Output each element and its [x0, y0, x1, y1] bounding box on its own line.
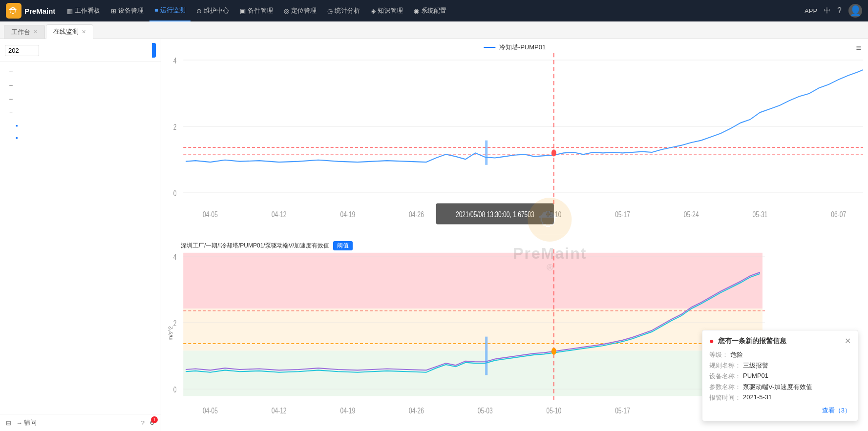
- svg-text:04-19: 04-19: [340, 210, 355, 219]
- sysconfig-label: 系统配置: [421, 6, 446, 15]
- svg-text:05-31: 05-31: [753, 210, 768, 219]
- sidebar-blue-indicator: [152, 43, 156, 58]
- alert-view-link[interactable]: 查看（3）: [822, 406, 851, 415]
- alert-row-time: 报警时间： 2021-5-31: [709, 393, 851, 402]
- alert-notification: ● 您有一条新的报警信息 ✕ 等级： 危险 规则名称： 三级报警 设备名称： P…: [702, 330, 858, 421]
- main-layout: ＋ ＋ ＋ － ▪ ▪: [0, 39, 868, 431]
- help-icon[interactable]: ?: [837, 6, 842, 15]
- svg-point-43: [551, 348, 556, 355]
- logo-text: PreMaint: [24, 7, 55, 15]
- tree-item-4[interactable]: －: [0, 106, 161, 120]
- tab-bar: 工作台 ✕ 在线监测 ✕: [0, 21, 868, 39]
- svg-point-20: [551, 149, 556, 156]
- stats-label: 统计分析: [335, 6, 360, 15]
- svg-text:05-24: 05-24: [684, 210, 699, 219]
- svg-text:04-12: 04-12: [272, 406, 287, 415]
- parts-icon: ▣: [240, 7, 246, 15]
- svg-text:04-05: 04-05: [203, 210, 218, 219]
- sidebar-help-icon[interactable]: ?: [141, 419, 145, 427]
- svg-rect-24: [183, 253, 762, 309]
- svg-text:04-05: 04-05: [203, 406, 218, 415]
- nav-item-parts[interactable]: ▣ 备件管理: [235, 0, 278, 21]
- legend-line: [484, 47, 495, 48]
- monitor-icon: ≡: [154, 7, 158, 14]
- nav-item-device[interactable]: ⊞ 设备管理: [106, 0, 148, 21]
- svg-text:04-19: 04-19: [340, 406, 355, 415]
- tree-subitem-2[interactable]: ▪: [0, 132, 161, 144]
- tree-item-1[interactable]: ＋: [0, 65, 161, 79]
- sidebar-help-text[interactable]: → 辅问: [16, 418, 37, 427]
- stats-icon: ◷: [327, 7, 333, 15]
- svg-text:04-26: 04-26: [409, 406, 424, 415]
- tab-workbench-close[interactable]: ✕: [33, 29, 38, 35]
- user-avatar[interactable]: 👤: [848, 4, 862, 18]
- svg-text:2021/05/08 13:30:00, 1.67503: 2021/05/08 13:30:00, 1.67503: [456, 210, 534, 219]
- knowledge-icon: ◈: [371, 7, 376, 15]
- tree-item-3[interactable]: ＋: [0, 92, 161, 106]
- alert-title: 您有一条新的报警信息: [718, 337, 841, 346]
- nav-item-location[interactable]: ◎ 定位管理: [279, 0, 321, 21]
- tree-toggle-3: ＋: [8, 95, 15, 103]
- right-content: ⛑ PreMaint ® 冷知塔-PUMP01 ≡ 4 2 0: [161, 39, 868, 431]
- alert-device-label: 设备名称：: [709, 372, 741, 381]
- alert-close-button[interactable]: ✕: [845, 336, 851, 346]
- nav-item-knowledge[interactable]: ◈ 知识管理: [366, 0, 408, 21]
- alert-rule-label: 规则名称：: [709, 361, 741, 370]
- sidebar-search-row: [0, 39, 161, 62]
- svg-text:2: 2: [173, 319, 177, 328]
- alert-device-value: PUMP01: [743, 372, 768, 381]
- sidebar-tree: ＋ ＋ ＋ － ▪ ▪: [0, 62, 161, 414]
- nav-item-maintenance[interactable]: ⊙ 维护中心: [191, 0, 234, 21]
- alert-time-value: 2021-5-31: [743, 393, 772, 402]
- chart-top-header: 冷知塔-PUMP01: [484, 43, 546, 52]
- sidebar-search-input[interactable]: [5, 45, 39, 56]
- nav-item-stats[interactable]: ◷ 统计分析: [322, 0, 365, 21]
- nav-item-monitor[interactable]: ≡ 运行监测: [149, 0, 191, 21]
- parts-label: 备件管理: [248, 6, 273, 15]
- tab-workbench-label: 工作台: [11, 28, 30, 37]
- device-icon: ⊞: [111, 7, 116, 15]
- svg-text:4: 4: [173, 252, 177, 262]
- sidebar-refresh-icon[interactable]: ↻ 1: [149, 419, 155, 427]
- sidebar-expand-icon[interactable]: ⊟: [6, 419, 11, 427]
- svg-text:06-07: 06-07: [831, 210, 846, 219]
- tab-monitor-label: 在线监测: [53, 27, 79, 36]
- tree-toggle-2: ＋: [8, 81, 15, 90]
- app-label[interactable]: APP: [804, 7, 817, 15]
- svg-text:05-17: 05-17: [615, 406, 630, 415]
- location-label: 定位管理: [291, 6, 317, 15]
- chart-top-legend-label: 冷知塔-PUMP01: [499, 43, 546, 52]
- bottom-chart-path: 深圳工厂/一期/I冷却塔/PUMP01/泵驱动端V/加速度有效值 阈值: [181, 241, 353, 250]
- alert-param-label: 参数名称：: [709, 383, 741, 391]
- tab-monitor-close[interactable]: ✕: [82, 29, 86, 35]
- tree-subitem-1[interactable]: ▪: [0, 120, 161, 132]
- device-label: 设备管理: [118, 6, 144, 15]
- tree-item-2[interactable]: ＋: [0, 79, 161, 92]
- nav-item-sysconfig[interactable]: ◉ 系统配置: [409, 0, 451, 21]
- chart-menu-button[interactable]: ≡: [856, 43, 861, 53]
- logo-icon: ⛑: [6, 3, 21, 19]
- tab-monitor[interactable]: 在线监测 ✕: [46, 24, 93, 39]
- location-icon: ◎: [284, 7, 289, 15]
- alert-rule-value: 三级报警: [743, 361, 768, 370]
- logo[interactable]: ⛑ PreMaint: [6, 3, 55, 19]
- nav-right: APP 中 ? 👤: [804, 4, 862, 18]
- alert-time-label: 报警时间：: [709, 393, 741, 402]
- notification-badge: 1: [151, 416, 158, 423]
- knowledge-label: 知识管理: [378, 6, 403, 15]
- dashboard-icon: ▦: [67, 7, 73, 15]
- nav-item-dashboard[interactable]: ▦ 工作看板: [62, 0, 105, 21]
- tab-workbench[interactable]: 工作台 ✕: [4, 25, 45, 39]
- dashboard-label: 工作看板: [75, 6, 100, 15]
- help-label: 辅问: [24, 418, 37, 427]
- svg-rect-44: [485, 337, 487, 375]
- alert-row-param: 参数名称： 泵驱动端V-加速度有效值: [709, 383, 851, 391]
- top-chart-container: 冷知塔-PUMP01 ≡ 4 2 0 04-05 04-12 04-19 04-: [161, 39, 868, 235]
- svg-text:05-17: 05-17: [615, 210, 630, 219]
- lang-selector[interactable]: 中: [824, 6, 830, 15]
- tree-subitem-1-icon: ▪: [16, 122, 18, 129]
- svg-text:4: 4: [173, 56, 177, 65]
- svg-rect-25: [183, 308, 762, 350]
- svg-rect-23: [485, 141, 487, 165]
- sidebar-bottom: ⊟ → 辅问 ? ↻ 1: [0, 414, 161, 431]
